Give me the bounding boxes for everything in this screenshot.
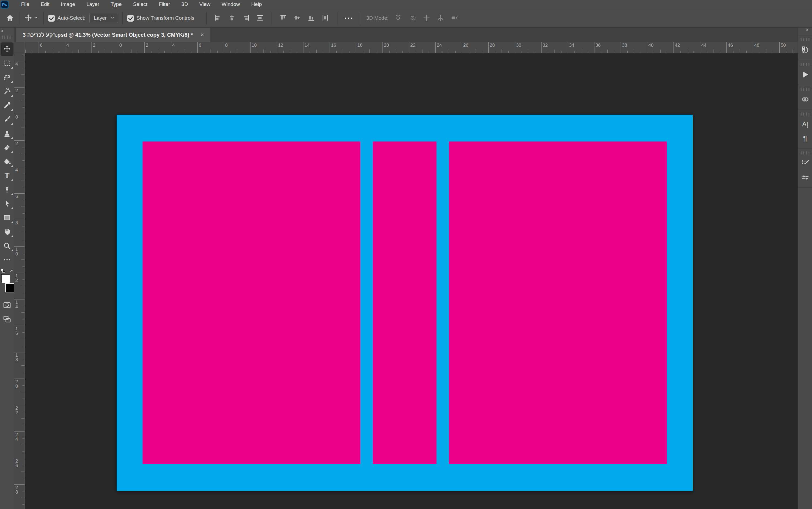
magenta-rectangle-layer[interactable] [143,141,360,464]
ruler-label: 18 [15,353,18,362]
auto-select-checkbox[interactable] [48,15,55,22]
tool-bar: T [0,28,14,509]
align-middle-icon[interactable] [293,14,302,22]
menu-file[interactable]: File [15,0,35,9]
divider [272,12,272,24]
3d-slide-icon[interactable] [437,14,445,22]
ruler-label: 4 [172,43,175,48]
ruler-label: 28 [490,43,495,48]
path-selection-tool[interactable] [0,197,14,211]
distribute-horizontal-icon[interactable] [256,14,264,22]
foreground-color-swatch[interactable] [1,274,10,283]
top-ruler: 6420246810121416182022242628303234363840… [25,42,798,53]
quick-mask-button[interactable] [0,298,14,312]
paragraph-panel-icon[interactable]: ¶ [798,131,812,145]
menu-select[interactable]: Select [128,0,153,9]
close-icon[interactable]: × [200,32,204,37]
ruler-label: 8 [225,43,227,48]
background-color-swatch[interactable] [5,283,14,293]
ruler-label: 42 [675,43,680,48]
menu-3d[interactable]: 3D [176,0,193,9]
magic-wand-tool[interactable] [0,84,14,98]
ruler-label: 0 [119,43,122,48]
history-panel-icon[interactable] [798,43,812,57]
ruler-label: 14 [305,43,310,48]
ruler-label: 12 [15,274,18,283]
creative-cloud-icon[interactable] [798,92,812,106]
ruler-label: 30 [516,43,521,48]
collapse-panels-icon[interactable] [805,28,810,34]
move-tool-icon[interactable] [24,13,33,23]
edit-toolbar[interactable] [0,253,14,267]
double-chevron-icon[interactable] [1,29,6,35]
ruler-label: 16 [15,327,18,336]
menu-bar: Ps FileEditImageLayerTypeSelectFilter3DV… [0,0,812,9]
3d-mode-label: 3D Mode: [366,15,388,21]
auto-select-dropdown[interactable]: Layer [90,13,118,23]
brush-tool[interactable] [0,112,14,126]
options-bar: Auto-Select: Layer Show Transform Contro… [0,9,812,28]
menu-view[interactable]: View [193,0,216,9]
lasso-tool[interactable] [0,70,14,84]
divider [43,12,44,24]
brush-settings-panel-icon[interactable] [798,156,812,170]
paint-bucket-tool[interactable] [0,155,14,169]
divider [19,12,20,24]
more-align-options-button[interactable] [345,18,352,19]
character-panel-icon[interactable]: A| [798,117,812,131]
ruler-label: 10 [252,43,257,48]
menu-edit[interactable]: Edit [35,0,55,9]
default-colors-icon[interactable] [1,268,6,275]
right-panel-dock: A|¶ [798,28,812,509]
ruler-label: 22 [410,43,416,48]
toolbar-header[interactable] [0,28,14,42]
zoom-tool[interactable] [0,239,14,253]
auto-select-label: Auto-Select: [58,15,85,21]
document-tab[interactable]: רקע לכריכה 3.psd @ 41.3% (Vector Smart O… [16,28,210,42]
3d-camera-icon[interactable] [451,14,459,22]
ruler-label: 2 [15,141,18,146]
screen-mode-button[interactable] [0,312,14,326]
align-bottom-icon[interactable] [308,14,316,22]
hand-tool[interactable] [0,225,14,239]
align-right-icon[interactable] [242,14,250,22]
menu-items: FileEditImageLayerTypeSelectFilter3DView… [15,0,268,9]
menu-filter[interactable]: Filter [153,0,176,9]
align-left-icon[interactable] [214,14,222,22]
ruler-label: 48 [754,43,760,48]
canvas-area[interactable] [25,53,798,509]
menu-help[interactable]: Help [246,0,268,9]
menu-layer[interactable]: Layer [81,0,105,9]
show-transform-checkbox[interactable] [127,15,134,22]
move-tool[interactable] [0,42,14,56]
align-center-horizontal-icon[interactable] [228,14,236,22]
menu-image[interactable]: Image [55,0,81,9]
home-icon[interactable] [5,13,14,23]
3d-rotate-icon[interactable] [395,14,403,22]
brushes-panel-icon[interactable] [798,170,812,184]
eraser-tool[interactable] [0,140,14,155]
3d-pan-icon[interactable] [423,14,431,22]
type-tool[interactable]: T [0,169,14,182]
rectangle-tool[interactable] [0,211,14,225]
distribute-vertical-icon[interactable] [321,14,329,22]
magenta-rectangle-layer[interactable] [373,141,436,464]
rectangular-marquee-tool[interactable] [0,56,14,70]
actions-panel-icon[interactable] [798,68,812,81]
magenta-rectangle-layer[interactable] [449,141,667,464]
auto-select-value: Layer [94,15,107,21]
3d-roll-icon[interactable] [409,14,417,22]
chevron-down-icon[interactable] [33,13,39,23]
menu-window[interactable]: Window [216,0,246,9]
dock-group [798,149,812,188]
eyedropper-tool[interactable] [0,98,14,112]
ruler-label: 0 [15,115,18,120]
document-artwork[interactable] [117,115,693,491]
menu-type[interactable]: Type [105,0,128,9]
clone-stamp-tool[interactable] [0,126,14,140]
ruler-label: 8 [15,220,18,225]
dock-group [798,60,812,85]
dock-header[interactable] [798,28,812,35]
pen-tool[interactable] [0,182,14,197]
align-top-icon[interactable] [279,14,287,22]
